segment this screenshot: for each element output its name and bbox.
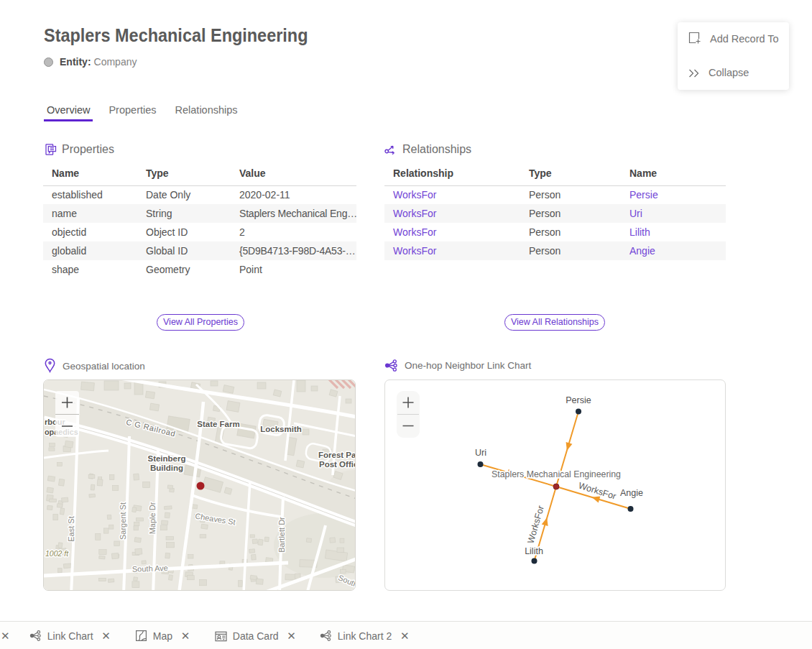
svg-text:State Farm: State Farm xyxy=(197,420,239,428)
svg-text:Bartlett Dr: Bartlett Dr xyxy=(277,517,286,553)
svg-text:Building: Building xyxy=(150,464,183,472)
svg-text:Maple Dr: Maple Dr xyxy=(148,502,157,534)
svg-text:Uri: Uri xyxy=(475,448,486,458)
svg-text:Angie: Angie xyxy=(620,488,643,498)
svg-text:Persie: Persie xyxy=(566,395,591,405)
svg-text:Sargent St: Sargent St xyxy=(119,502,127,540)
svg-text:Staplers Mechanical Engineerin: Staplers Mechanical Engineering xyxy=(492,469,621,479)
svg-text:Locksmith: Locksmith xyxy=(260,425,302,433)
svg-text:Lilith: Lilith xyxy=(525,546,543,556)
svg-text:Post Office: Post Office xyxy=(319,460,356,469)
svg-text:1002 ft: 1002 ft xyxy=(45,549,69,558)
svg-text:Forest Park: Forest Park xyxy=(318,451,356,459)
svg-text:Steinberg: Steinberg xyxy=(147,454,185,463)
svg-text:South Ave: South Ave xyxy=(132,563,168,574)
svg-text:East St: East St xyxy=(67,516,75,541)
